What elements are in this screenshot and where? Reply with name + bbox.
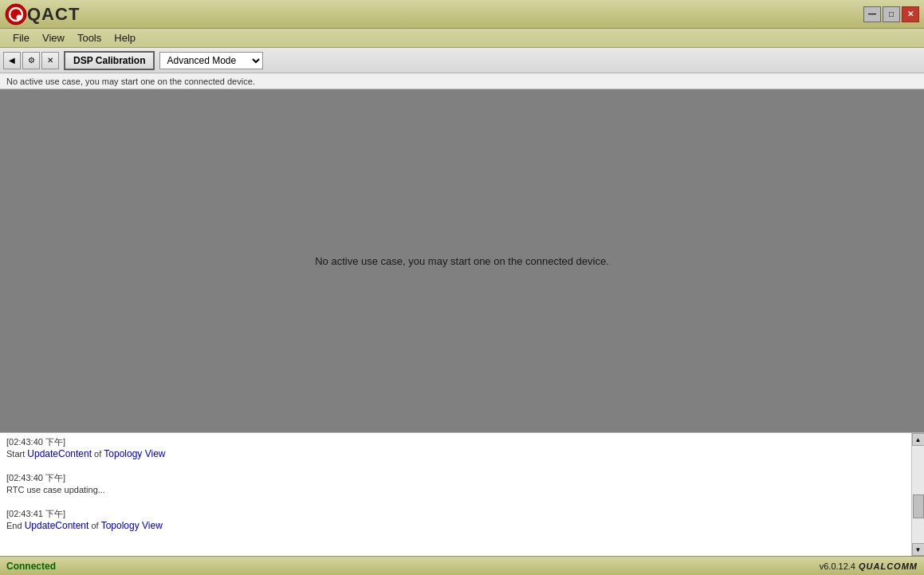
log-link-3a[interactable]: UpdateContent (25, 520, 89, 531)
log-text-before-1: Start (6, 449, 27, 459)
menu-file[interactable]: File (6, 30, 36, 45)
menu-help[interactable]: Help (108, 30, 142, 45)
minimize-button[interactable]: — (863, 6, 881, 22)
toolbar-btn-1[interactable]: ◀ (3, 52, 21, 69)
bottom-status-bar: Connected v6.0.12.4 QUALCOMM (0, 556, 924, 575)
scroll-down-button[interactable]: ▼ (912, 543, 925, 556)
log-link-1b[interactable]: Topology View (104, 448, 165, 459)
svg-point-2 (17, 14, 22, 20)
dsp-calibration-button[interactable]: DSP Calibration (64, 51, 155, 70)
app-title: QACT (27, 4, 863, 25)
status-top-message: No active use case, you may start one on… (6, 77, 255, 86)
main-content: No active use case, you may start one on… (0, 89, 924, 432)
log-entry-2: [02:43:40 下午] RTC use case updating... (6, 472, 905, 495)
main-center-message: No active use case, you may start one on… (315, 255, 609, 267)
log-text-2: RTC use case updating... (6, 485, 105, 494)
title-bar: QACT — □ ✕ (0, 0, 924, 29)
scroll-thumb[interactable] (913, 494, 924, 518)
log-link-3b[interactable]: Topology View (101, 520, 163, 531)
log-timestamp-1: [02:43:40 下午] (6, 437, 65, 447)
version-info: v6.0.12.4 QUALCOMM (820, 561, 918, 571)
log-text-mid-1: of (92, 449, 104, 459)
log-content: [02:43:40 下午] Start UpdateContent of Top… (0, 433, 911, 556)
app-logo-icon (5, 3, 27, 26)
log-timestamp-2: [02:43:40 下午] (6, 473, 65, 482)
log-panel: [02:43:40 下午] Start UpdateContent of Top… (0, 432, 924, 556)
toolbar-btn-2[interactable]: ⚙ (22, 52, 40, 69)
status-bar-top: No active use case, you may start one on… (0, 73, 924, 89)
scroll-up-button[interactable]: ▲ (912, 433, 925, 446)
log-timestamp-3: [02:43:41 下午] (6, 509, 65, 518)
log-text-before-3: End (6, 521, 25, 530)
mode-selector: Advanced Mode Basic Mode (159, 52, 263, 69)
log-entry-3: [02:43:41 下午] End UpdateContent of Topol… (6, 508, 905, 531)
log-entry-1: [02:43:40 下午] Start UpdateContent of Top… (6, 436, 905, 459)
log-text-mid-3: of (88, 521, 100, 530)
menu-view[interactable]: View (36, 30, 71, 45)
menu-tools[interactable]: Tools (71, 30, 108, 45)
log-link-1a[interactable]: UpdateContent (27, 448, 92, 459)
version-number: v6.0.12.4 (820, 561, 855, 571)
close-button[interactable]: ✕ (902, 6, 919, 22)
scroll-track (912, 446, 924, 543)
qualcomm-brand: QUALCOMM (859, 561, 918, 571)
menu-bar: File View Tools Help (0, 29, 924, 48)
toolbar-btn-close[interactable]: ✕ (41, 52, 59, 69)
mode-dropdown[interactable]: Advanced Mode Basic Mode (159, 52, 263, 69)
log-scrollbar: ▲ ▼ (911, 433, 924, 556)
toolbar: ◀ ⚙ ✕ DSP Calibration Advanced Mode Basi… (0, 48, 924, 73)
connection-status: Connected (6, 561, 56, 572)
window-controls: — □ ✕ (863, 6, 919, 22)
maximize-button[interactable]: □ (883, 6, 900, 22)
